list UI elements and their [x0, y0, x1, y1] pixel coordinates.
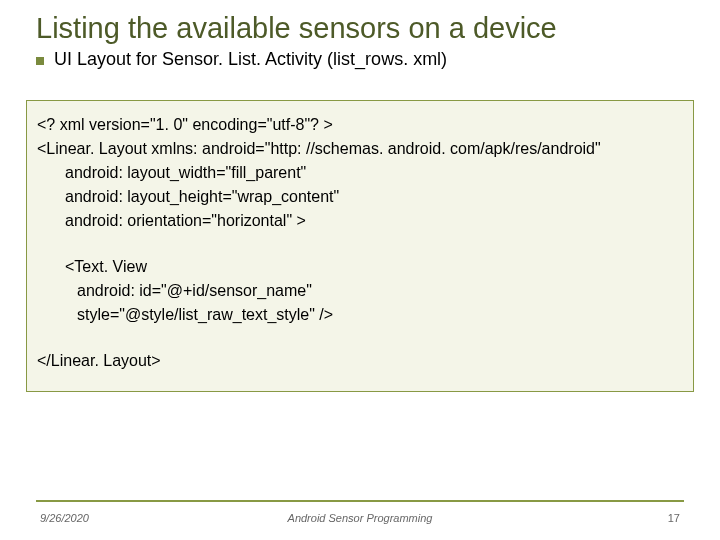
- bullet-text: UI Layout for Sensor. List. Activity (li…: [54, 49, 447, 70]
- slide-container: Listing the available sensors on a devic…: [0, 0, 720, 540]
- slide-title: Listing the available sensors on a devic…: [36, 12, 684, 45]
- footer-divider: [36, 500, 684, 502]
- code-line: style="@style/list_raw_text_style" />: [37, 303, 683, 327]
- footer-page-number: 17: [668, 512, 680, 524]
- bullet-square-icon: [36, 57, 44, 65]
- code-block: <? xml version="1. 0" encoding="utf-8"? …: [26, 100, 694, 392]
- blank-line: [37, 233, 683, 255]
- code-line: </Linear. Layout>: [37, 349, 683, 373]
- footer-date: 9/26/2020: [40, 512, 89, 524]
- blank-line: [37, 327, 683, 349]
- code-line: android: id="@+id/sensor_name": [37, 279, 683, 303]
- bullet-item: UI Layout for Sensor. List. Activity (li…: [36, 49, 684, 70]
- code-line: <? xml version="1. 0" encoding="utf-8"? …: [37, 113, 683, 137]
- code-line: android: layout_height="wrap_content": [37, 185, 683, 209]
- footer-title: Android Sensor Programming: [288, 512, 433, 524]
- code-line: android: orientation="horizontal" >: [37, 209, 683, 233]
- footer: 9/26/2020 Android Sensor Programming 17: [40, 512, 680, 524]
- code-line: <Text. View: [37, 255, 683, 279]
- code-line: android: layout_width="fill_parent": [37, 161, 683, 185]
- code-line: <Linear. Layout xmlns: android="http: //…: [37, 137, 683, 161]
